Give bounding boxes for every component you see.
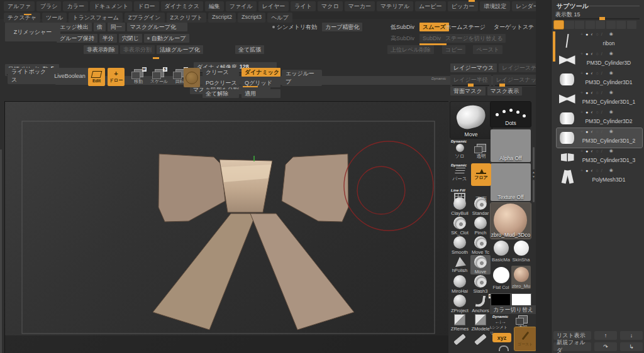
menu-item[interactable]: ダイナミクス [161, 1, 203, 11]
half-visibility-icon[interactable]: ◐ [591, 71, 593, 75]
left-tray-handle[interactable] [0, 149, 2, 353]
variant-tab[interactable] [627, 21, 636, 29]
polypaint-icon[interactable]: ● [586, 90, 588, 95]
subtool-item[interactable]: + ● ◐ ○ / ◉ PM3D_Cylinder3D1_1 [557, 89, 642, 109]
eye-icon[interactable]: ◉ [609, 90, 613, 95]
toolbar-button[interactable]: ホームステージ [442, 23, 489, 31]
menu-item[interactable]: カラー [63, 1, 87, 11]
material-flat-tile[interactable]: Flat Col [491, 267, 511, 290]
eye-icon[interactable]: ◉ [609, 70, 613, 75]
texture-selector-tile[interactable]: Texture Off [491, 163, 531, 201]
brush-tile[interactable] [470, 333, 491, 352]
subtool-item[interactable]: + ● ◐ ○ / ◉ PM3D_Cylinder3D1 [557, 70, 642, 89]
color-switch-button[interactable]: カラー切り替え [490, 305, 538, 314]
toolbar-button[interactable]: ペースト [473, 45, 502, 54]
half-visibility-icon[interactable]: ◐ [591, 168, 593, 173]
toolbar-button[interactable]: ステージを切り替える [442, 34, 506, 43]
toolbar-button[interactable]: マスク表示 [487, 87, 523, 95]
toolbar-button[interactable]: カーブ精密化 [322, 23, 362, 31]
livebooolean-button[interactable]: LiveBoolean [47, 68, 93, 84]
move-down-button[interactable]: ↓ [620, 331, 643, 340]
brush-tile[interactable]: Standar [470, 197, 491, 216]
toolbar-button[interactable]: 全て拡張 [235, 45, 264, 54]
toolbar-button[interactable]: エッジ検出 [57, 23, 92, 31]
material-skin-tile[interactable]: SkinSha [511, 241, 531, 263]
toolbar-button[interactable]: 倍 [94, 23, 106, 31]
toolbar-button[interactable]: 背面マスク [450, 87, 486, 95]
zremesher-button[interactable]: Zリメッシャー [5, 23, 60, 41]
menu-item[interactable]: Zscript2 [208, 13, 236, 23]
toolbar-button[interactable]: 穴閉じ [119, 34, 142, 43]
half-visibility-icon[interactable]: ◐ [591, 52, 593, 56]
menu-item[interactable]: Zプラグイン [125, 13, 165, 23]
menu-item[interactable]: マテリアル [377, 1, 413, 11]
variant-tab[interactable] [565, 21, 574, 29]
brush-tile[interactable]: 6 Anchors [470, 294, 491, 313]
eye-icon[interactable]: ◉ [609, 109, 613, 114]
toolbar-button[interactable]: ダイナミック [242, 68, 280, 77]
menu-item[interactable]: ツール [42, 13, 67, 23]
menu-item[interactable]: ピッカー [448, 1, 479, 11]
brush-tile[interactable]: SK_Clot [450, 216, 470, 236]
toolbar-button[interactable]: マスクグループ化 [127, 23, 187, 31]
polypaint-icon[interactable]: ● [586, 71, 588, 75]
xyz-button[interactable]: xyz [492, 333, 511, 342]
toolbar-button[interactable]: 適用 [242, 89, 280, 98]
toolbar-button[interactable]: コピー [442, 45, 465, 54]
subtool-item[interactable]: + ● ◐ ○ / ◉ PM3D_Cylinder3D [557, 50, 642, 70]
variant-tab[interactable] [596, 21, 605, 29]
toolbar-button[interactable]: ターゲットステ [491, 23, 537, 31]
menu-item[interactable]: ライト [291, 1, 316, 11]
menu-item[interactable]: ファイル [226, 1, 257, 11]
ghost-button[interactable]: ゴースト [514, 327, 536, 351]
scale-button[interactable]: S スケール [150, 69, 169, 85]
menu-item[interactable]: 環境設定 [480, 1, 510, 11]
toolbar-button[interactable]: シンメトリ有効 [269, 23, 320, 31]
menu-item[interactable]: トランスフォーム [69, 13, 122, 23]
move-button[interactable]: M 移動 [129, 69, 148, 85]
toolbar-button[interactable]: 低SubDiv [387, 23, 418, 31]
brush-tile[interactable]: ClayBuil [450, 197, 470, 216]
half-visibility-icon[interactable]: ◐ [591, 110, 593, 114]
subtool-item[interactable]: + ● ◐ ○ / ◉ PolyMesh3D1 [557, 167, 642, 187]
eye-icon[interactable]: ◉ [609, 148, 613, 153]
variant-tab[interactable] [554, 21, 564, 29]
subtool-item[interactable]: + ● ◐ ○ / ◉ PM3D_Cylinder3D2 [557, 109, 642, 128]
polypaint-icon[interactable]: ● [586, 32, 588, 36]
brush-tile[interactable]: Move Tc [470, 236, 491, 255]
draw-mode-button[interactable]: + ドロー [108, 68, 125, 86]
toolbar-button[interactable]: Qグリッド [242, 79, 280, 87]
menu-item[interactable]: ムービー [415, 1, 445, 11]
material-zbro-tile[interactable]: zbro_Mu [511, 266, 531, 289]
toolbar-button[interactable]: レイジーマウス [450, 63, 497, 72]
stroke-type-tile[interactable]: Dots [491, 102, 531, 127]
move-into-button[interactable]: ↳ [620, 342, 643, 351]
menu-item[interactable]: ドキュメント [90, 1, 132, 11]
edit-mode-button[interactable]: Edit [88, 68, 105, 86]
solo-button[interactable]: ソロ [450, 144, 470, 160]
move-up-button[interactable]: ↑ [594, 331, 617, 340]
brush-tile[interactable]: ZProject [450, 294, 470, 313]
toolbar-button[interactable]: 高SubDiv [387, 34, 418, 43]
variant-tab[interactable] [606, 21, 616, 29]
shelf-scrollbar[interactable]: ▲ ▼ [532, 147, 535, 202]
half-visibility-icon[interactable]: ◐ [591, 129, 593, 134]
toolbar-button[interactable]: レイジー半径 [450, 75, 491, 87]
brush-tile[interactable]: Pinch [470, 216, 491, 236]
brush-tile[interactable]: ZModele [470, 313, 491, 333]
material-basic-tile[interactable]: BasicMa [491, 241, 511, 263]
lightbox-button[interactable]: ライトボックス [8, 68, 52, 84]
toolbar-button[interactable]: 非表示分割 [120, 45, 155, 54]
polypaint-icon[interactable]: ● [586, 52, 588, 56]
viewport-canvas[interactable] [5, 102, 448, 353]
toolbar-button[interactable]: 法線グループ化 [157, 45, 203, 54]
toolbar-button[interactable]: 半分 [99, 34, 117, 43]
half-visibility-icon[interactable]: ◐ [591, 149, 593, 153]
brush-tile[interactable]: hPolish [450, 255, 470, 274]
edge-loop-button[interactable]: エッジループ [282, 70, 322, 86]
half-visibility-icon[interactable]: ◐ [591, 90, 593, 95]
floor-button[interactable]: フロア [471, 163, 491, 186]
color-swatch-button[interactable] [184, 68, 200, 87]
transparent-button[interactable]: 透明 [471, 144, 491, 160]
duplicate-button[interactable]: ↷ [594, 342, 617, 351]
